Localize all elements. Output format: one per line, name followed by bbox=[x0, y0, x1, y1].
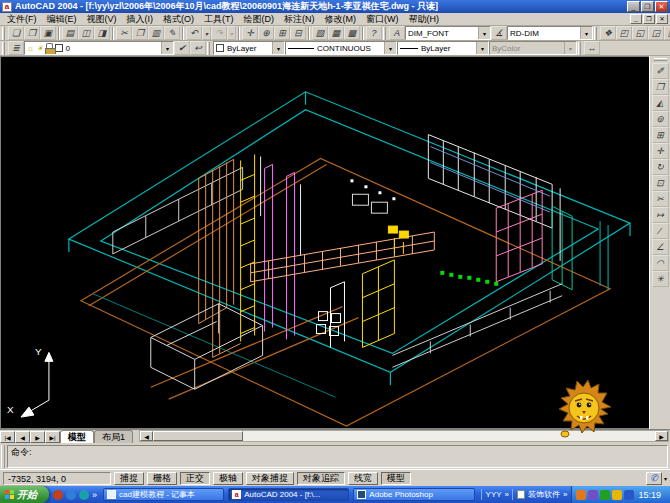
lineweight-combo[interactable]: ByLayer ▾ bbox=[397, 41, 489, 55]
layer-properties-button[interactable]: ≣ bbox=[8, 41, 24, 55]
toolbar-grip[interactable] bbox=[578, 42, 581, 55]
linear-dimension-button[interactable]: ↔ bbox=[584, 41, 600, 55]
menu-draw[interactable]: 绘图(D) bbox=[239, 13, 280, 26]
grid-toggle[interactable]: 栅格 bbox=[147, 472, 177, 485]
quicklaunch-icon-1[interactable] bbox=[53, 490, 63, 500]
mirror-button[interactable]: ◭ bbox=[652, 95, 669, 111]
menu-window[interactable]: 窗口(W) bbox=[361, 13, 404, 26]
copy-object-button[interactable]: ❐ bbox=[652, 79, 669, 95]
text-style-button[interactable]: A bbox=[389, 26, 405, 40]
doc-restore-button[interactable]: ❐ bbox=[643, 14, 655, 24]
doc-close-button[interactable]: ✕ bbox=[656, 14, 668, 24]
command-input[interactable]: 命令: bbox=[7, 445, 668, 468]
communication-center-button[interactable]: ✆ bbox=[646, 472, 662, 485]
view-bottom-button[interactable]: ◱ bbox=[632, 26, 648, 40]
menu-format[interactable]: 格式(O) bbox=[158, 13, 199, 26]
extend-button[interactable]: ↦ bbox=[652, 207, 669, 223]
task-photoshop[interactable]: Adobe Photoshop bbox=[353, 488, 474, 501]
publish-button[interactable]: ◨ bbox=[94, 26, 110, 40]
array-button[interactable]: ⊞ bbox=[652, 127, 669, 143]
snap-toggle[interactable]: 捕捉 bbox=[114, 472, 144, 485]
rotate-button[interactable]: ↻ bbox=[652, 159, 669, 175]
dim-style-button[interactable]: ∡ bbox=[491, 26, 507, 40]
erase-button[interactable]: ✐ bbox=[652, 63, 669, 79]
dim-style-combo[interactable]: RD-DIM ▾ bbox=[507, 26, 593, 40]
toolbar-grip[interactable] bbox=[2, 42, 5, 55]
properties-button[interactable]: ▧ bbox=[312, 26, 328, 40]
named-views-button[interactable]: ❖ bbox=[600, 26, 616, 40]
close-button[interactable]: ✕ bbox=[655, 1, 668, 12]
toolbar-grip[interactable] bbox=[481, 489, 483, 500]
chevron-down-icon[interactable]: ▾ bbox=[384, 42, 396, 54]
cut-button[interactable]: ✂ bbox=[116, 26, 132, 40]
quicklaunch-icon-2[interactable] bbox=[66, 490, 76, 500]
scale-button[interactable]: ⊡ bbox=[652, 175, 669, 191]
ortho-toggle[interactable]: 正交 bbox=[180, 472, 210, 485]
zoom-window-button[interactable]: ⊞ bbox=[274, 26, 290, 40]
taskbar-toolbar-deco[interactable]: 装饰软件 bbox=[528, 489, 560, 500]
lineweight-toggle[interactable]: 线宽 bbox=[348, 472, 378, 485]
scroll-right-button[interactable]: ▶ bbox=[655, 431, 668, 441]
chevron-down-icon[interactable]: ▾ bbox=[580, 27, 592, 39]
restore-button[interactable]: ❐ bbox=[641, 1, 654, 12]
view-top-button[interactable]: ◰ bbox=[616, 26, 632, 40]
pan-realtime-button[interactable]: ✛ bbox=[242, 26, 258, 40]
view-right-button[interactable]: ◳ bbox=[664, 26, 670, 40]
save-button[interactable]: ▣ bbox=[40, 26, 56, 40]
redo-button[interactable]: ↷ bbox=[211, 26, 227, 40]
scrollbar-thumb[interactable] bbox=[153, 431, 243, 441]
drawing-canvas[interactable]: Y X bbox=[0, 56, 649, 429]
layer-combo[interactable]: ☼ ☀ 0 ▾ bbox=[24, 41, 174, 55]
chevron-down-icon[interactable]: ▾ bbox=[478, 27, 490, 39]
tab-model[interactable]: 模型 bbox=[60, 430, 94, 443]
paste-button[interactable]: ▥ bbox=[148, 26, 164, 40]
menu-edit[interactable]: 编辑(E) bbox=[42, 13, 82, 26]
help-button[interactable]: ? bbox=[366, 26, 382, 40]
doc-minimize-button[interactable]: _ bbox=[630, 14, 642, 24]
offset-button[interactable]: ⊚ bbox=[652, 111, 669, 127]
menu-modify[interactable]: 修改(M) bbox=[320, 13, 362, 26]
minimize-button[interactable]: _ bbox=[627, 1, 640, 12]
toolbar-grip[interactable] bbox=[654, 58, 667, 61]
command-window-grip[interactable] bbox=[1, 445, 5, 468]
new-button[interactable]: ❏ bbox=[8, 26, 24, 40]
chamfer-button[interactable]: ∠ bbox=[652, 239, 669, 255]
undo-button[interactable]: ↶ bbox=[186, 26, 202, 40]
undo-dropdown[interactable]: ▾ bbox=[202, 26, 211, 40]
chevron-down-icon[interactable]: ▾ bbox=[476, 42, 488, 54]
fillet-button[interactable]: ◠ bbox=[652, 255, 669, 271]
zoom-realtime-button[interactable]: ⊕ bbox=[258, 26, 274, 40]
redo-dropdown[interactable]: ▾ bbox=[227, 26, 236, 40]
color-combo[interactable]: ByLayer ▾ bbox=[213, 41, 285, 55]
polar-toggle[interactable]: 极轴 bbox=[213, 472, 243, 485]
tray-icon-3[interactable] bbox=[600, 490, 610, 500]
toolbar-grip[interactable] bbox=[207, 42, 210, 55]
tab-next-button[interactable]: ▶ bbox=[30, 431, 45, 443]
chevron-down-icon[interactable]: ▾ bbox=[161, 42, 173, 54]
designcenter-button[interactable]: ▦ bbox=[328, 26, 344, 40]
toolbar-grip[interactable] bbox=[2, 27, 5, 40]
toolbar-grip[interactable] bbox=[594, 27, 597, 40]
break-button[interactable]: ∕ bbox=[652, 223, 669, 239]
status-tray-arrow[interactable]: ▾ bbox=[664, 475, 667, 482]
open-button[interactable]: ❒ bbox=[24, 26, 40, 40]
taskbar-toolbar-yyy[interactable]: YYY bbox=[486, 490, 502, 499]
text-style-combo[interactable]: DIM_FONT ▾ bbox=[405, 26, 491, 40]
tray-icon-1[interactable] bbox=[576, 490, 586, 500]
trim-button[interactable]: ✂ bbox=[652, 191, 669, 207]
menu-view[interactable]: 视图(V) bbox=[82, 13, 122, 26]
chevron-down-icon[interactable]: ▾ bbox=[272, 42, 284, 54]
layer-previous-button[interactable]: ↩ bbox=[190, 41, 206, 55]
plot-button[interactable]: ▤ bbox=[62, 26, 78, 40]
tray-icon-2[interactable] bbox=[588, 490, 598, 500]
coordinates-readout[interactable]: -7352, 3194, 0 bbox=[3, 472, 111, 485]
task-autocad[interactable]: a AutoCAD 2004 - [f:\... bbox=[228, 488, 349, 501]
tab-first-button[interactable]: |◀ bbox=[0, 431, 15, 443]
task-notepad[interactable]: cad建模教程 - 记事本 bbox=[103, 488, 224, 501]
match-properties-button[interactable]: ✎ bbox=[164, 26, 180, 40]
tray-icon-4[interactable] bbox=[612, 490, 622, 500]
menu-insert[interactable]: 插入(I) bbox=[122, 13, 159, 26]
tab-prev-button[interactable]: ◀ bbox=[15, 431, 30, 443]
scroll-left-button[interactable]: ◀ bbox=[140, 431, 153, 441]
explode-button[interactable]: ✳ bbox=[652, 271, 669, 287]
